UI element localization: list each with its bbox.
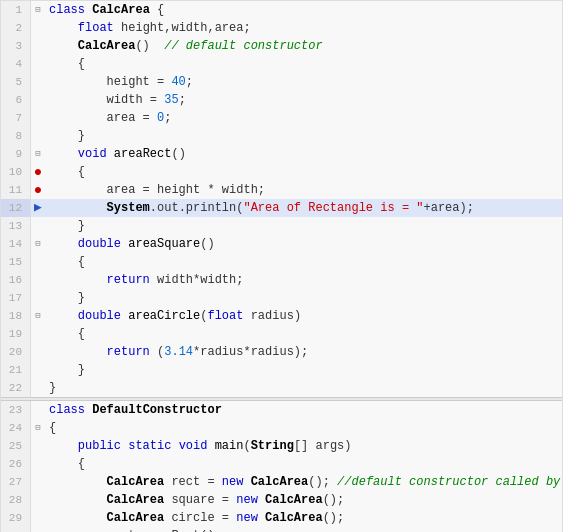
line-num-5: 5	[1, 73, 31, 91]
breakpoint-icon-11: ●	[31, 181, 45, 199]
gutter-1: ⊟	[31, 1, 45, 19]
line-num-25: 25	[1, 437, 31, 455]
line-text-3: CalcArea() // default constructor	[45, 37, 323, 55]
code-line-25: 25 public static void main(String[] args…	[1, 437, 562, 455]
line-text-15: {	[45, 253, 85, 271]
line-text-11: area = height * width;	[45, 181, 265, 199]
line-num-6: 6	[1, 91, 31, 109]
line-text-17: }	[45, 289, 85, 307]
line-num-28: 28	[1, 491, 31, 509]
line-num-12: 12	[1, 199, 31, 217]
line-text-26: {	[45, 455, 85, 473]
code-line-23: 23 class DefaultConstructor	[1, 401, 562, 419]
line-text-9: void areaRect()	[45, 145, 186, 163]
line-text-23: class DefaultConstructor	[45, 401, 222, 419]
line-num-14: 14	[1, 235, 31, 253]
line-num-21: 21	[1, 361, 31, 379]
gutter-14: ⊟	[31, 235, 45, 253]
line-text-1: class CalcArea {	[45, 1, 164, 19]
line-text-7: area = 0;	[45, 109, 171, 127]
code-line-22: 22 }	[1, 379, 562, 397]
line-text-18: double areaCircle(float radius)	[45, 307, 301, 325]
line-num-23: 23	[1, 401, 31, 419]
line-num-7: 7	[1, 109, 31, 127]
line-num-26: 26	[1, 455, 31, 473]
line-num-4: 4	[1, 55, 31, 73]
code-line-14: 14 ⊟ double areaSquare()	[1, 235, 562, 253]
code-line-7: 7 area = 0;	[1, 109, 562, 127]
gutter-18: ⊟	[31, 307, 45, 325]
code-line-20: 20 return (3.14*radius*radius);	[1, 343, 562, 361]
line-text-14: double areaSquare()	[45, 235, 215, 253]
line-text-8: }	[45, 127, 85, 145]
code-line-15: 15 {	[1, 253, 562, 271]
line-num-9: 9	[1, 145, 31, 163]
line-text-20: return (3.14*radius*radius);	[45, 343, 308, 361]
line-text-22: }	[45, 379, 56, 397]
code-line-24: 24 ⊟ {	[1, 419, 562, 437]
line-num-18: 18	[1, 307, 31, 325]
line-num-30: 30	[1, 527, 31, 532]
line-num-2: 2	[1, 19, 31, 37]
line-text-4: {	[45, 55, 85, 73]
code-line-1: 1 ⊟ class CalcArea {	[1, 1, 562, 19]
code-line-12: 12 ▶ System.out.println("Area of Rectang…	[1, 199, 562, 217]
line-text-30: rect.areaRect();	[45, 527, 222, 532]
code-line-9: 9 ⊟ void areaRect()	[1, 145, 562, 163]
line-text-25: public static void main(String[] args)	[45, 437, 351, 455]
breakpoint-icon-10: ●	[31, 163, 45, 181]
line-num-20: 20	[1, 343, 31, 361]
gutter-9: ⊟	[31, 145, 45, 163]
code-line-11: 11 ● area = height * width;	[1, 181, 562, 199]
line-text-10: {	[45, 163, 85, 181]
line-num-1: 1	[1, 1, 31, 19]
line-text-28: CalcArea square = new CalcArea();	[45, 491, 344, 509]
line-num-15: 15	[1, 253, 31, 271]
line-text-27: CalcArea rect = new CalcArea(); //defaul…	[45, 473, 563, 491]
line-text-29: CalcArea circle = new CalcArea();	[45, 509, 344, 527]
code-line-6: 6 width = 35;	[1, 91, 562, 109]
line-num-24: 24	[1, 419, 31, 437]
code-line-13: 13 }	[1, 217, 562, 235]
line-text-24: {	[45, 419, 56, 437]
line-num-19: 19	[1, 325, 31, 343]
code-line-2: 2 float height,width,area;	[1, 19, 562, 37]
code-line-18: 18 ⊟ double areaCircle(float radius)	[1, 307, 562, 325]
line-text-19: {	[45, 325, 85, 343]
gutter-24: ⊟	[31, 419, 45, 437]
code-line-4: 4 {	[1, 55, 562, 73]
line-num-29: 29	[1, 509, 31, 527]
code-editor: 1 ⊟ class CalcArea { 2 float height,widt…	[0, 0, 563, 532]
arrow-icon-12: ▶	[31, 199, 45, 217]
line-text-13: }	[45, 217, 85, 235]
line-num-17: 17	[1, 289, 31, 307]
line-num-22: 22	[1, 379, 31, 397]
line-num-3: 3	[1, 37, 31, 55]
code-line-19: 19 {	[1, 325, 562, 343]
line-text-6: width = 35;	[45, 91, 186, 109]
line-text-12: System.out.println("Area of Rectangle is…	[45, 199, 474, 217]
code-line-30: 30 rect.areaRect();	[1, 527, 562, 532]
line-num-13: 13	[1, 217, 31, 235]
code-line-5: 5 height = 40;	[1, 73, 562, 91]
code-line-17: 17 }	[1, 289, 562, 307]
line-num-8: 8	[1, 127, 31, 145]
code-line-10: 10 ● {	[1, 163, 562, 181]
line-text-21: }	[45, 361, 85, 379]
code-line-3: 3 CalcArea() // default constructor	[1, 37, 562, 55]
code-line-27: 27 CalcArea rect = new CalcArea(); //def…	[1, 473, 562, 491]
line-num-11: 11	[1, 181, 31, 199]
line-num-27: 27	[1, 473, 31, 491]
code-line-8: 8 }	[1, 127, 562, 145]
code-line-29: 29 CalcArea circle = new CalcArea();	[1, 509, 562, 527]
line-text-5: height = 40;	[45, 73, 193, 91]
line-text-2: float height,width,area;	[45, 19, 251, 37]
code-line-28: 28 CalcArea square = new CalcArea();	[1, 491, 562, 509]
line-num-16: 16	[1, 271, 31, 289]
code-line-16: 16 return width*width;	[1, 271, 562, 289]
code-line-26: 26 {	[1, 455, 562, 473]
line-text-16: return width*width;	[45, 271, 243, 289]
code-line-21: 21 }	[1, 361, 562, 379]
line-num-10: 10	[1, 163, 31, 181]
